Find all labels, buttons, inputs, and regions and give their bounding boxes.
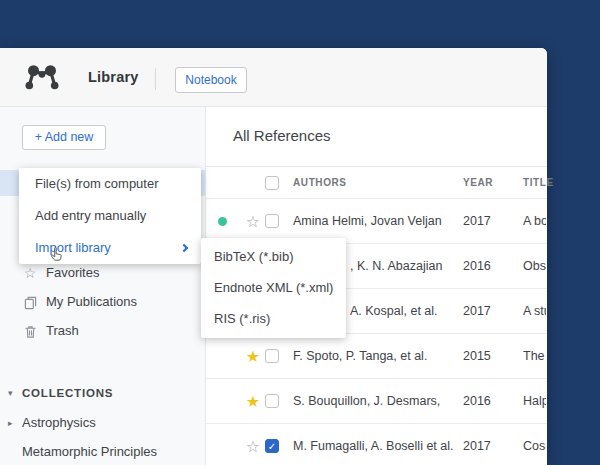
- table-header-row: AUTHORS YEAR TITLE: [206, 166, 547, 198]
- sidebar-item-astrophysics[interactable]: ▸ Astrophysics: [0, 409, 206, 437]
- collection-label: Astrophysics: [22, 409, 96, 437]
- trash-icon: [22, 317, 38, 345]
- add-new-button[interactable]: + Add new: [22, 125, 106, 150]
- title-cell: A stu: [523, 289, 546, 334]
- submenu-item-bibtex[interactable]: BibTeX (*.bib): [201, 241, 346, 272]
- authors-cell: M. Fumagalli, A. Boselli et al.: [293, 424, 458, 465]
- sidebar-item-label: My Publications: [46, 288, 137, 316]
- title-cell: Cosm: [523, 424, 546, 465]
- authors-cell: A. Kospal, et al.: [350, 289, 458, 334]
- year-cell: 2016: [463, 244, 503, 289]
- collections-section-header[interactable]: ▾ COLLECTIONS: [0, 379, 206, 407]
- favorite-star-icon[interactable]: ★: [242, 334, 264, 379]
- year-cell: 2017: [463, 424, 503, 465]
- collection-label: Metamorphic Principles: [22, 438, 157, 465]
- title-cell: The: [523, 334, 546, 379]
- title-cell: Obs: [523, 244, 546, 289]
- table-row[interactable]: ★ F. Spoto, P. Tanga, et al. 2015 The: [206, 333, 547, 378]
- year-cell: 2017: [463, 199, 503, 244]
- title-cell: Halp: [523, 379, 546, 424]
- chevron-right-icon: [180, 244, 188, 252]
- chevron-right-icon[interactable]: ▸: [8, 409, 20, 437]
- select-all-checkbox[interactable]: [265, 176, 279, 190]
- authors-cell: , K. N. Abazajian: [350, 244, 458, 289]
- row-checkbox-checked[interactable]: ✓: [265, 439, 279, 453]
- year-cell: 2015: [463, 334, 503, 379]
- chevron-down-icon[interactable]: ▾: [8, 379, 20, 407]
- menu-item-add-entry-manually[interactable]: Add entry manually: [19, 200, 201, 232]
- desktop-background: Library Notebook + Add new ☆ Favorites M…: [0, 0, 600, 465]
- app-header: [0, 48, 547, 107]
- column-header-title[interactable]: TITLE: [523, 167, 554, 199]
- sidebar-item-label: Trash: [46, 317, 79, 345]
- collections-header-label: COLLECTIONS: [22, 379, 113, 407]
- pages-icon: [22, 288, 38, 316]
- favorite-star-icon[interactable]: ☆: [242, 424, 264, 465]
- menu-item-label: Import library: [35, 240, 111, 255]
- authors-cell: S. Bouquillon, J. Desmars,: [293, 379, 458, 424]
- header-separator: [155, 68, 156, 90]
- page-section-title: All References: [233, 122, 331, 150]
- column-header-authors[interactable]: AUTHORS: [293, 167, 347, 199]
- favorite-star-icon[interactable]: ★: [242, 379, 264, 424]
- import-library-submenu: BibTeX (*.bib) Endnote XML (*.xml) RIS (…: [201, 238, 346, 338]
- year-cell: 2016: [463, 379, 503, 424]
- column-header-year[interactable]: YEAR: [463, 167, 493, 199]
- notebook-button[interactable]: Notebook: [175, 67, 247, 93]
- add-new-dropdown-menu: File(s) from computer Add entry manually…: [19, 168, 201, 264]
- table-row[interactable]: ★ S. Bouquillon, J. Desmars, 2016 Halp: [206, 378, 547, 423]
- sidebar-item-my-publications[interactable]: My Publications: [0, 288, 206, 316]
- row-checkbox[interactable]: [265, 214, 279, 228]
- submenu-item-ris[interactable]: RIS (*.ris): [201, 303, 346, 334]
- menu-item-import-library[interactable]: Import library: [19, 232, 201, 264]
- row-checkbox[interactable]: [265, 349, 279, 363]
- menu-item-files-from-computer[interactable]: File(s) from computer: [19, 168, 201, 200]
- title-cell: A bo: [523, 199, 546, 244]
- table-row[interactable]: ☆ Amina Helmi, Jovan Veljan 2017 A bo: [206, 198, 547, 243]
- sidebar-item-trash[interactable]: Trash: [0, 317, 206, 345]
- page-title: Library: [88, 48, 139, 107]
- unread-dot-icon: [218, 217, 227, 226]
- authors-cell: F. Spoto, P. Tanga, et al.: [293, 334, 458, 379]
- table-row[interactable]: ☆ ✓ M. Fumagalli, A. Boselli et al. 2017…: [206, 423, 547, 465]
- mendeley-logo-icon: [24, 62, 60, 92]
- year-cell: 2017: [463, 289, 503, 334]
- cursor-icon: [48, 245, 65, 264]
- row-checkbox[interactable]: [265, 394, 279, 408]
- submenu-item-endnote[interactable]: Endnote XML (*.xml): [201, 272, 346, 303]
- sidebar-item-metamorphic-principles[interactable]: Metamorphic Principles: [0, 438, 206, 465]
